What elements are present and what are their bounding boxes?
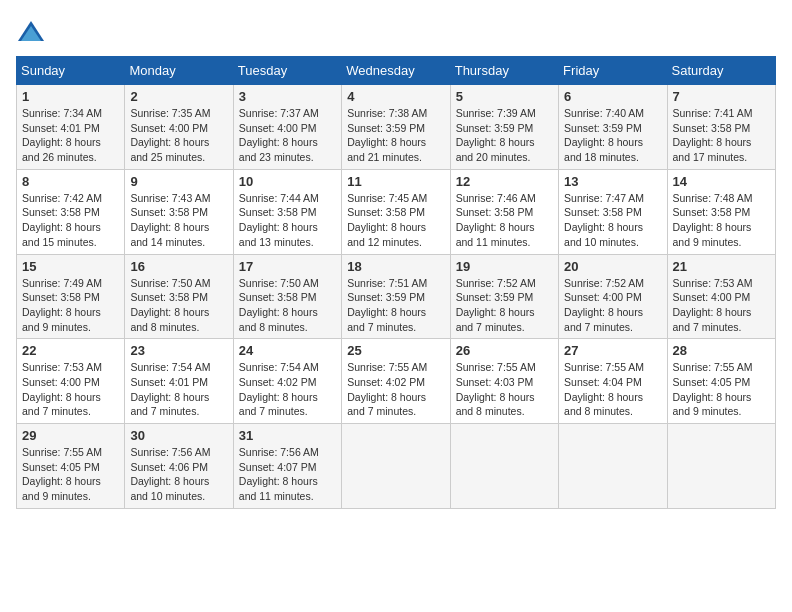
day-info: Sunrise: 7:50 AM Sunset: 3:58 PM Dayligh… (239, 276, 336, 335)
sunrise-label: Sunrise: 7:48 AM (673, 192, 753, 204)
calendar-cell: 27 Sunrise: 7:55 AM Sunset: 4:04 PM Dayl… (559, 339, 667, 424)
day-of-week-header: Tuesday (233, 57, 341, 85)
calendar-cell: 28 Sunrise: 7:55 AM Sunset: 4:05 PM Dayl… (667, 339, 775, 424)
day-info: Sunrise: 7:56 AM Sunset: 4:07 PM Dayligh… (239, 445, 336, 504)
calendar-week-row: 29 Sunrise: 7:55 AM Sunset: 4:05 PM Dayl… (17, 424, 776, 509)
calendar-cell: 13 Sunrise: 7:47 AM Sunset: 3:58 PM Dayl… (559, 169, 667, 254)
sunrise-label: Sunrise: 7:56 AM (239, 446, 319, 458)
calendar-cell: 20 Sunrise: 7:52 AM Sunset: 4:00 PM Dayl… (559, 254, 667, 339)
daylight-label: Daylight: 8 hours and 11 minutes. (456, 221, 535, 248)
calendar-cell (667, 424, 775, 509)
sunrise-label: Sunrise: 7:52 AM (456, 277, 536, 289)
sunrise-label: Sunrise: 7:55 AM (564, 361, 644, 373)
calendar-cell: 6 Sunrise: 7:40 AM Sunset: 3:59 PM Dayli… (559, 85, 667, 170)
calendar-cell: 5 Sunrise: 7:39 AM Sunset: 3:59 PM Dayli… (450, 85, 558, 170)
day-info: Sunrise: 7:39 AM Sunset: 3:59 PM Dayligh… (456, 106, 553, 165)
sunset-label: Sunset: 4:01 PM (130, 376, 208, 388)
daylight-label: Daylight: 8 hours and 7 minutes. (239, 391, 318, 418)
day-info: Sunrise: 7:37 AM Sunset: 4:00 PM Dayligh… (239, 106, 336, 165)
day-info: Sunrise: 7:50 AM Sunset: 3:58 PM Dayligh… (130, 276, 227, 335)
sunrise-label: Sunrise: 7:41 AM (673, 107, 753, 119)
page-header (16, 16, 776, 46)
sunrise-label: Sunrise: 7:35 AM (130, 107, 210, 119)
sunset-label: Sunset: 4:06 PM (130, 461, 208, 473)
daylight-label: Daylight: 8 hours and 9 minutes. (673, 391, 752, 418)
day-number: 6 (564, 89, 661, 104)
sunrise-label: Sunrise: 7:54 AM (239, 361, 319, 373)
day-info: Sunrise: 7:54 AM Sunset: 4:01 PM Dayligh… (130, 360, 227, 419)
sunrise-label: Sunrise: 7:45 AM (347, 192, 427, 204)
sunset-label: Sunset: 3:58 PM (239, 291, 317, 303)
daylight-label: Daylight: 8 hours and 7 minutes. (673, 306, 752, 333)
sunrise-label: Sunrise: 7:51 AM (347, 277, 427, 289)
day-info: Sunrise: 7:38 AM Sunset: 3:59 PM Dayligh… (347, 106, 444, 165)
calendar-cell: 30 Sunrise: 7:56 AM Sunset: 4:06 PM Dayl… (125, 424, 233, 509)
sunset-label: Sunset: 4:01 PM (22, 122, 100, 134)
daylight-label: Daylight: 8 hours and 13 minutes. (239, 221, 318, 248)
sunset-label: Sunset: 4:05 PM (22, 461, 100, 473)
calendar-cell: 25 Sunrise: 7:55 AM Sunset: 4:02 PM Dayl… (342, 339, 450, 424)
day-number: 18 (347, 259, 444, 274)
daylight-label: Daylight: 8 hours and 18 minutes. (564, 136, 643, 163)
day-of-week-header: Friday (559, 57, 667, 85)
day-number: 1 (22, 89, 119, 104)
sunrise-label: Sunrise: 7:50 AM (130, 277, 210, 289)
calendar-cell: 8 Sunrise: 7:42 AM Sunset: 3:58 PM Dayli… (17, 169, 125, 254)
calendar-cell: 26 Sunrise: 7:55 AM Sunset: 4:03 PM Dayl… (450, 339, 558, 424)
calendar-cell: 29 Sunrise: 7:55 AM Sunset: 4:05 PM Dayl… (17, 424, 125, 509)
sunrise-label: Sunrise: 7:42 AM (22, 192, 102, 204)
sunset-label: Sunset: 4:00 PM (673, 291, 751, 303)
daylight-label: Daylight: 8 hours and 9 minutes. (673, 221, 752, 248)
day-number: 19 (456, 259, 553, 274)
sunrise-label: Sunrise: 7:39 AM (456, 107, 536, 119)
sunrise-label: Sunrise: 7:54 AM (130, 361, 210, 373)
day-number: 13 (564, 174, 661, 189)
sunset-label: Sunset: 3:58 PM (130, 206, 208, 218)
daylight-label: Daylight: 8 hours and 7 minutes. (347, 306, 426, 333)
day-info: Sunrise: 7:47 AM Sunset: 3:58 PM Dayligh… (564, 191, 661, 250)
sunset-label: Sunset: 3:58 PM (564, 206, 642, 218)
daylight-label: Daylight: 8 hours and 7 minutes. (130, 391, 209, 418)
calendar-table: SundayMondayTuesdayWednesdayThursdayFrid… (16, 56, 776, 509)
day-info: Sunrise: 7:55 AM Sunset: 4:02 PM Dayligh… (347, 360, 444, 419)
sunset-label: Sunset: 3:58 PM (239, 206, 317, 218)
daylight-label: Daylight: 8 hours and 14 minutes. (130, 221, 209, 248)
day-number: 23 (130, 343, 227, 358)
day-number: 5 (456, 89, 553, 104)
calendar-cell: 22 Sunrise: 7:53 AM Sunset: 4:00 PM Dayl… (17, 339, 125, 424)
day-of-week-header: Monday (125, 57, 233, 85)
day-number: 25 (347, 343, 444, 358)
day-number: 12 (456, 174, 553, 189)
day-number: 10 (239, 174, 336, 189)
day-number: 22 (22, 343, 119, 358)
day-info: Sunrise: 7:35 AM Sunset: 4:00 PM Dayligh… (130, 106, 227, 165)
sunset-label: Sunset: 4:00 PM (22, 376, 100, 388)
sunrise-label: Sunrise: 7:50 AM (239, 277, 319, 289)
sunset-label: Sunset: 4:00 PM (564, 291, 642, 303)
day-number: 30 (130, 428, 227, 443)
sunset-label: Sunset: 4:04 PM (564, 376, 642, 388)
sunrise-label: Sunrise: 7:49 AM (22, 277, 102, 289)
calendar-cell: 2 Sunrise: 7:35 AM Sunset: 4:00 PM Dayli… (125, 85, 233, 170)
calendar-week-row: 8 Sunrise: 7:42 AM Sunset: 3:58 PM Dayli… (17, 169, 776, 254)
daylight-label: Daylight: 8 hours and 20 minutes. (456, 136, 535, 163)
sunrise-label: Sunrise: 7:46 AM (456, 192, 536, 204)
calendar-cell: 1 Sunrise: 7:34 AM Sunset: 4:01 PM Dayli… (17, 85, 125, 170)
day-info: Sunrise: 7:46 AM Sunset: 3:58 PM Dayligh… (456, 191, 553, 250)
day-info: Sunrise: 7:52 AM Sunset: 4:00 PM Dayligh… (564, 276, 661, 335)
calendar-cell: 3 Sunrise: 7:37 AM Sunset: 4:00 PM Dayli… (233, 85, 341, 170)
day-number: 27 (564, 343, 661, 358)
day-info: Sunrise: 7:54 AM Sunset: 4:02 PM Dayligh… (239, 360, 336, 419)
daylight-label: Daylight: 8 hours and 9 minutes. (22, 306, 101, 333)
day-of-week-header: Wednesday (342, 57, 450, 85)
sunrise-label: Sunrise: 7:37 AM (239, 107, 319, 119)
calendar-cell (450, 424, 558, 509)
calendar-cell: 19 Sunrise: 7:52 AM Sunset: 3:59 PM Dayl… (450, 254, 558, 339)
sunrise-label: Sunrise: 7:55 AM (347, 361, 427, 373)
calendar-cell: 12 Sunrise: 7:46 AM Sunset: 3:58 PM Dayl… (450, 169, 558, 254)
calendar-cell: 17 Sunrise: 7:50 AM Sunset: 3:58 PM Dayl… (233, 254, 341, 339)
sunset-label: Sunset: 3:58 PM (673, 122, 751, 134)
day-info: Sunrise: 7:55 AM Sunset: 4:04 PM Dayligh… (564, 360, 661, 419)
day-of-week-header: Saturday (667, 57, 775, 85)
sunset-label: Sunset: 3:58 PM (673, 206, 751, 218)
